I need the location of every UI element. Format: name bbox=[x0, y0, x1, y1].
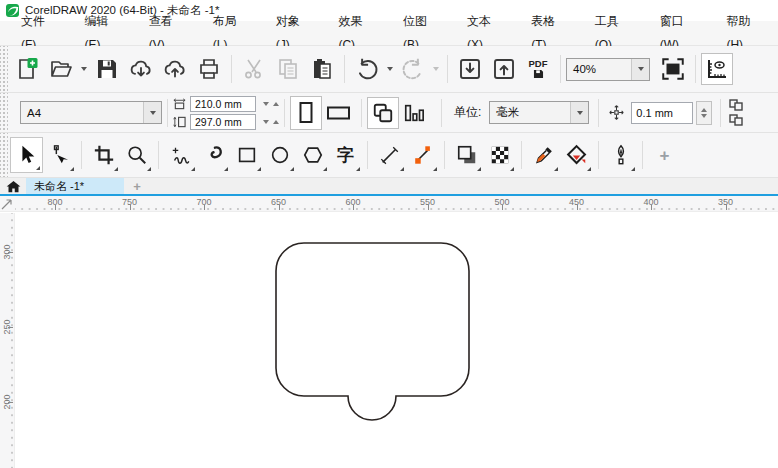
preset-dropdown-icon[interactable] bbox=[143, 102, 161, 123]
toolbox-separator bbox=[598, 141, 599, 169]
new-tab-button[interactable]: + bbox=[124, 178, 150, 194]
landscape-orientation-button[interactable] bbox=[322, 97, 356, 129]
duplicate-x-icon bbox=[729, 99, 743, 111]
toolbar-separator bbox=[231, 55, 232, 83]
toolbox-separator bbox=[444, 141, 445, 169]
page-width-field[interactable]: 210.0 mm bbox=[190, 96, 256, 112]
plus-icon: + bbox=[660, 147, 670, 164]
undo-icon[interactable] bbox=[350, 52, 384, 86]
duplicate-y-icon bbox=[729, 114, 743, 126]
toolbar-grip[interactable] bbox=[0, 46, 8, 92]
document-tab-active[interactable]: 未命名 -1* bbox=[26, 178, 124, 194]
toolbar-grip[interactable] bbox=[0, 133, 8, 177]
dimension-tool[interactable] bbox=[373, 137, 406, 173]
ruler-tick bbox=[8, 402, 13, 403]
welcome-home-icon[interactable] bbox=[0, 178, 26, 194]
toolbox-separator bbox=[158, 141, 159, 169]
open-dropdown-icon[interactable] bbox=[78, 52, 90, 86]
zoom-level-combo[interactable]: 40% bbox=[566, 58, 650, 81]
units-combo[interactable]: 毫米 bbox=[489, 101, 589, 124]
portrait-orientation-button[interactable] bbox=[290, 96, 322, 130]
ellipse-tool[interactable] bbox=[263, 137, 296, 173]
ruler-tick bbox=[428, 205, 429, 210]
toolbox-separator bbox=[521, 141, 522, 169]
speech-bubble-shape[interactable] bbox=[15, 213, 778, 468]
page-size-preset-value: A4 bbox=[21, 107, 143, 119]
show-rulers-icon[interactable] bbox=[701, 53, 733, 85]
smart-drawing-tool[interactable] bbox=[604, 137, 637, 173]
toolbar-separator bbox=[560, 55, 561, 83]
freehand-tool[interactable] bbox=[164, 137, 197, 173]
page-height-spinner[interactable] bbox=[263, 120, 279, 124]
export-icon[interactable] bbox=[487, 52, 521, 86]
toolbar-separator bbox=[720, 99, 721, 127]
ruler-tick bbox=[279, 205, 280, 210]
toolbox-separator bbox=[81, 141, 82, 169]
cloud-open-icon[interactable] bbox=[124, 52, 158, 86]
import-icon[interactable] bbox=[453, 52, 487, 86]
zoom-dropdown-icon[interactable] bbox=[631, 59, 649, 80]
ruler-tick bbox=[130, 205, 131, 210]
page-dimensions-group: 210.0 mm 297.0 mm bbox=[173, 96, 279, 130]
zoom-tool[interactable] bbox=[120, 137, 153, 173]
drop-shadow-tool[interactable] bbox=[450, 137, 483, 173]
customize-toolbox-button[interactable]: + bbox=[648, 137, 681, 173]
crop-tool[interactable] bbox=[87, 137, 120, 173]
ruler-tick bbox=[726, 205, 727, 210]
toolbar-separator bbox=[695, 55, 696, 83]
fullscreen-preview-icon[interactable] bbox=[656, 52, 690, 86]
page-height-icon bbox=[173, 116, 186, 128]
ruler-tick bbox=[204, 205, 205, 210]
text-tool-glyph: 字 bbox=[337, 147, 354, 164]
pick-tool[interactable] bbox=[10, 137, 43, 173]
toolbox-separator bbox=[642, 141, 643, 169]
interactive-fill-tool[interactable] bbox=[560, 137, 593, 173]
cloud-save-icon[interactable] bbox=[158, 52, 192, 86]
publish-pdf-icon[interactable]: PDF bbox=[521, 52, 555, 86]
undo-dropdown-icon[interactable] bbox=[384, 52, 396, 86]
nudge-spinner[interactable] bbox=[696, 101, 712, 125]
units-value: 毫米 bbox=[490, 105, 570, 120]
current-page-size-button[interactable] bbox=[399, 98, 429, 128]
ruler-tick bbox=[8, 327, 13, 328]
print-icon[interactable] bbox=[192, 52, 226, 86]
connector-tool[interactable] bbox=[406, 137, 439, 173]
shape-tool[interactable] bbox=[43, 137, 76, 173]
toolbar-separator bbox=[344, 55, 345, 83]
copy-icon bbox=[271, 52, 305, 86]
ruler-origin-icon[interactable] bbox=[0, 196, 15, 212]
transparency-tool[interactable] bbox=[483, 137, 516, 173]
toolbar-grip[interactable] bbox=[0, 93, 8, 132]
ruler-tick bbox=[577, 205, 578, 210]
page-size-preset-combo[interactable]: A4 bbox=[20, 101, 162, 124]
toolbox: 字 + bbox=[0, 133, 778, 178]
units-dropdown-icon[interactable] bbox=[570, 102, 588, 123]
color-eyedropper-tool[interactable] bbox=[527, 137, 560, 173]
new-document-icon[interactable] bbox=[10, 52, 44, 86]
open-document-icon[interactable] bbox=[44, 52, 78, 86]
toolbar-separator bbox=[167, 99, 168, 127]
page-width-spinner[interactable] bbox=[263, 102, 279, 106]
menu-bar: 文件(F) 编辑(E) 查看(V) 布局(L) 对象(J) 效果(C) 位图(B… bbox=[0, 21, 778, 46]
toolbar-separator bbox=[284, 99, 285, 127]
document-tab-bar: 未命名 -1* + bbox=[0, 178, 778, 194]
toolbar-separator bbox=[441, 99, 442, 127]
ruler-tick bbox=[502, 205, 503, 210]
vertical-ruler[interactable]: 300250200 bbox=[0, 213, 15, 468]
text-tool[interactable]: 字 bbox=[329, 137, 362, 173]
pdf-label: PDF bbox=[529, 59, 548, 69]
nudge-distance-icon bbox=[608, 104, 625, 121]
curve-pen-tool[interactable] bbox=[197, 137, 230, 173]
paste-icon[interactable] bbox=[305, 52, 339, 86]
drawing-canvas[interactable] bbox=[15, 213, 778, 468]
all-pages-same-size-button[interactable] bbox=[367, 97, 399, 129]
page-width-icon bbox=[173, 98, 186, 110]
horizontal-ruler[interactable]: 800750700650600550500450400350 bbox=[0, 196, 778, 212]
page-height-field[interactable]: 297.0 mm bbox=[190, 114, 256, 130]
nudge-distance-field[interactable]: 0.1 mm bbox=[631, 102, 693, 124]
redo-dropdown-icon bbox=[430, 52, 442, 86]
save-icon[interactable] bbox=[90, 52, 124, 86]
rectangle-tool[interactable] bbox=[230, 137, 263, 173]
duplicate-distance-group[interactable] bbox=[729, 99, 743, 126]
polygon-tool[interactable] bbox=[296, 137, 329, 173]
